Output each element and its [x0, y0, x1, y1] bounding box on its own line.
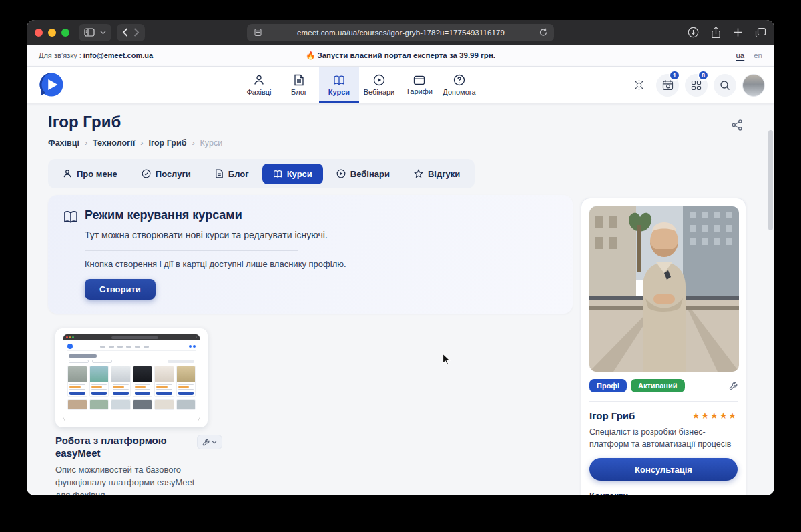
- book-icon: [273, 170, 282, 178]
- play-circle-icon: [373, 74, 385, 86]
- tab-about[interactable]: Про мене: [52, 164, 128, 184]
- lang-en[interactable]: en: [754, 51, 762, 59]
- book-icon: [63, 210, 79, 224]
- theme-toggle-button[interactable]: [627, 74, 650, 97]
- course-description: Опис можливостей та базового функціоналу…: [55, 464, 199, 495]
- tab-webinars[interactable]: Вебінари: [326, 164, 400, 184]
- header-actions: 1 8: [627, 67, 765, 103]
- zoom-window-button[interactable]: [61, 29, 69, 37]
- bookings-badge: 1: [669, 70, 680, 81]
- tab-label: Курси: [287, 169, 312, 179]
- page-scrollbar[interactable]: [768, 130, 773, 230]
- tab-reviews[interactable]: Відгуки: [403, 164, 471, 184]
- nav-item-courses[interactable]: Курси: [319, 67, 359, 103]
- nav-item-blog[interactable]: Блог: [279, 67, 319, 103]
- page-settings-icon[interactable]: [254, 28, 262, 37]
- manage-note: Кнопка створення і дії в картці доступні…: [85, 259, 346, 269]
- nav-label: Тарифи: [406, 87, 433, 95]
- divider: [589, 401, 738, 402]
- lang-ua[interactable]: ua: [736, 51, 744, 59]
- search-button[interactable]: [714, 74, 736, 97]
- course-title[interactable]: Робота з платформою easyMeet: [55, 435, 189, 460]
- forward-button[interactable]: [134, 28, 140, 37]
- share-profile-icon[interactable]: [732, 119, 742, 131]
- chrome-actions: [688, 27, 766, 39]
- downloads-icon[interactable]: [688, 27, 699, 38]
- calendar-icon: [662, 79, 674, 91]
- site-logo[interactable]: [39, 72, 64, 97]
- history-nav: [117, 24, 145, 41]
- profile-description: Спеціаліст із розробки бізнес-платформ т…: [589, 427, 738, 450]
- star-icon: [414, 169, 423, 178]
- page-title: Ігор Гриб: [48, 113, 121, 131]
- nav-item-help[interactable]: Допомога: [439, 67, 479, 103]
- profile-tabs: Про мене Послуги Блог Курси Вебінари: [48, 159, 475, 188]
- nav-label: Блог: [291, 88, 307, 96]
- new-tab-icon[interactable]: [733, 27, 743, 37]
- name-row: Ігор Гриб ★★★★★: [589, 410, 738, 421]
- sidebar-controls[interactable]: [79, 24, 111, 41]
- tab-label: Про мене: [77, 169, 117, 179]
- nav-label: Допомога: [443, 88, 475, 96]
- profile-name: Ігор Гриб: [589, 410, 635, 421]
- breadcrumb-item[interactable]: Фахівці: [48, 138, 79, 148]
- profile-card: Профі Активаний Ігор Гриб ★★★★★ Спеціалі…: [581, 198, 746, 495]
- nav-item-webinars[interactable]: Вебінари: [359, 67, 399, 103]
- tab-overview-icon[interactable]: [755, 27, 766, 38]
- main-content: Ігор Гриб Фахівці › Технології › Ігор Гр…: [27, 103, 774, 495]
- promo-banner[interactable]: 🔥 Запусти власний портал експерта за 39.…: [306, 51, 495, 60]
- url-text[interactable]: emeet.com.ua/ua/courses/igor-gryb-178?u=…: [262, 29, 539, 37]
- user-avatar[interactable]: [742, 74, 765, 97]
- contact-info: Для зв’язку : info@emeet.com.ua: [39, 51, 153, 59]
- browser-window: emeet.com.ua/ua/courses/igor-gryb-178?u=…: [27, 20, 774, 495]
- tab-blog[interactable]: Блог: [204, 164, 260, 184]
- url-bar[interactable]: emeet.com.ua/ua/courses/igor-gryb-178?u=…: [247, 24, 554, 41]
- tab-services[interactable]: Послуги: [131, 164, 202, 184]
- sun-icon: [633, 79, 645, 91]
- tab-courses[interactable]: Курси: [262, 164, 323, 184]
- breadcrumb-separator: ›: [85, 138, 87, 148]
- sidebar-toggle-icon[interactable]: [84, 28, 95, 37]
- document-icon: [294, 74, 304, 86]
- course-actions-button[interactable]: [197, 435, 222, 449]
- chevron-down-icon: [212, 441, 217, 444]
- tab-label: Послуги: [156, 169, 191, 179]
- utility-bar: Для зв’язку : info@emeet.com.ua 🔥 Запуст…: [27, 45, 774, 67]
- apps-button[interactable]: 8: [685, 74, 708, 97]
- chevron-down-icon[interactable]: [100, 31, 106, 35]
- help-circle-icon: [453, 74, 465, 86]
- course-thumbnail[interactable]: [55, 328, 208, 427]
- edit-profile-icon[interactable]: [729, 382, 738, 390]
- book-icon: [333, 75, 345, 86]
- profile-photo: [589, 206, 739, 372]
- reload-icon[interactable]: [539, 28, 547, 37]
- breadcrumb-item[interactable]: Технології: [93, 138, 135, 148]
- nav-label: Вебінари: [364, 88, 395, 96]
- bookings-button[interactable]: 1: [656, 74, 679, 97]
- minimize-window-button[interactable]: [48, 29, 56, 37]
- contact-email[interactable]: info@emeet.com.ua: [83, 51, 153, 59]
- course-manage-panel: Режим керування курсами Тут можна створю…: [48, 195, 573, 314]
- contact-label: Для зв’язку :: [39, 51, 81, 59]
- nav-item-specialists[interactable]: Фахівці: [239, 67, 279, 103]
- wrench-icon: [202, 439, 210, 446]
- create-course-button[interactable]: Створити: [85, 279, 156, 300]
- tab-label: Відгуки: [428, 169, 460, 179]
- card-icon: [413, 75, 425, 85]
- breadcrumb: Фахівці › Технології › Ігор Гриб › Курси: [48, 138, 222, 148]
- consultation-button[interactable]: Консультація: [589, 458, 738, 481]
- share-page-icon[interactable]: [711, 27, 721, 39]
- manage-subtitle: Тут можна створювати нові курси та редаг…: [85, 230, 328, 240]
- breadcrumb-item[interactable]: Ігор Гриб: [148, 138, 186, 148]
- traffic-lights[interactable]: [35, 29, 69, 37]
- active-badge: Активаний: [631, 379, 685, 392]
- nav-item-pricing[interactable]: Тарифи: [399, 67, 439, 103]
- divider: [85, 250, 298, 251]
- document-icon: [215, 169, 224, 178]
- back-button[interactable]: [122, 28, 128, 37]
- breadcrumb-separator: ›: [140, 138, 143, 148]
- close-window-button[interactable]: [35, 29, 43, 37]
- check-circle-icon: [142, 169, 151, 178]
- webpage: Для зв’язку : info@emeet.com.ua 🔥 Запуст…: [27, 45, 774, 495]
- nav-label: Фахівці: [246, 88, 271, 96]
